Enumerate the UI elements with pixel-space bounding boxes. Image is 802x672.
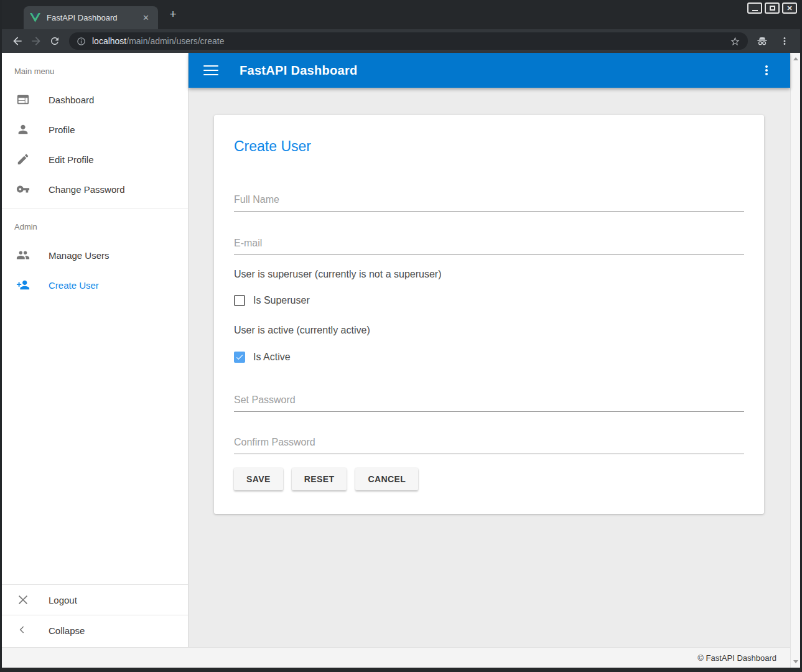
app-footer: © FastAPI Dashboard: [2, 647, 790, 668]
superuser-hint: User is superuser (currently is not a su…: [234, 268, 744, 281]
tab-close-icon[interactable]: ✕: [140, 13, 152, 22]
close-x-icon: [16, 593, 30, 607]
browser-window: FastAPI Dashboard ✕ + ✕ localhost/main/a: [0, 0, 802, 672]
sidebar-item-collapse[interactable]: Collapse: [2, 615, 188, 645]
scroll-up-icon[interactable]: [793, 57, 798, 60]
sidebar-item-label: Manage Users: [49, 250, 110, 261]
form-buttons: SAVE RESET CANCEL: [234, 468, 744, 490]
person-add-icon: [16, 278, 30, 292]
person-icon: [16, 123, 30, 136]
active-hint: User is active (currently active): [234, 324, 744, 337]
create-user-card: Create User User is superuser (currently…: [214, 115, 764, 514]
set-password-input[interactable]: [234, 394, 744, 412]
minimize-button[interactable]: [747, 2, 762, 14]
app-bar: FastAPI Dashboard: [189, 53, 790, 88]
reload-icon[interactable]: [45, 32, 64, 50]
main-area: FastAPI Dashboard Create User: [189, 53, 790, 647]
confirm-password-field-wrapper: [234, 436, 744, 454]
sidebar-item-label: Profile: [49, 124, 75, 135]
cancel-button[interactable]: CANCEL: [355, 468, 418, 490]
active-checkbox-label: Is Active: [253, 352, 291, 363]
appbar-kebab-icon[interactable]: [759, 63, 774, 78]
maximize-button[interactable]: [765, 2, 780, 14]
superuser-checkbox[interactable]: [234, 295, 245, 306]
full-name-input[interactable]: [234, 194, 744, 212]
back-icon[interactable]: [8, 32, 27, 50]
url-path: /main/admin/users/create: [126, 36, 224, 46]
address-bar[interactable]: localhost/main/admin/users/create: [69, 32, 748, 50]
sidebar-section-admin: Admin: [2, 208, 188, 240]
sidebar-item-logout[interactable]: Logout: [2, 585, 188, 615]
new-tab-button[interactable]: +: [165, 6, 181, 22]
sidebar-item-profile[interactable]: Profile: [2, 114, 188, 144]
scroll-down-icon[interactable]: [793, 660, 798, 663]
hamburger-menu-icon[interactable]: [203, 65, 218, 75]
forward-icon[interactable]: [27, 32, 45, 50]
sidebar-item-label: Logout: [49, 595, 77, 605]
footer-copyright: © FastAPI Dashboard: [697, 653, 776, 663]
close-button[interactable]: ✕: [782, 2, 797, 14]
email-field-wrapper: [234, 237, 744, 255]
key-icon: [16, 182, 30, 196]
page-title: Create User: [234, 138, 744, 155]
sidebar-item-label: Create User: [49, 280, 99, 291]
sidebar-item-create-user[interactable]: Create User: [2, 270, 188, 300]
superuser-checkbox-row: Is Superuser: [234, 294, 744, 307]
sidebar-item-edit-profile[interactable]: Edit Profile: [2, 144, 188, 174]
pencil-icon: [16, 152, 30, 166]
sidebar-item-manage-users[interactable]: Manage Users: [2, 240, 188, 270]
info-icon[interactable]: [77, 37, 86, 46]
sidebar: Main menu Dashboard Profile: [2, 53, 189, 647]
app-title: FastAPI Dashboard: [240, 63, 358, 78]
content-area: Create User User is superuser (currently…: [189, 88, 790, 647]
vue-favicon: [30, 13, 40, 22]
browser-tab[interactable]: FastAPI Dashboard ✕: [24, 6, 158, 29]
sidebar-item-label: Collapse: [49, 625, 85, 636]
incognito-icon: [753, 32, 772, 50]
browser-menu-icon[interactable]: [775, 32, 794, 50]
reset-button[interactable]: RESET: [292, 468, 347, 490]
sidebar-item-label: Change Password: [49, 184, 125, 195]
dashboard-icon: [16, 93, 30, 106]
set-password-field-wrapper: [234, 394, 744, 412]
bookmark-star-icon[interactable]: [730, 36, 740, 47]
people-icon: [16, 248, 30, 262]
tab-title: FastAPI Dashboard: [47, 13, 140, 22]
active-checkbox[interactable]: [234, 352, 245, 363]
save-button[interactable]: SAVE: [234, 468, 283, 490]
browser-titlebar: FastAPI Dashboard ✕ + ✕: [2, 0, 800, 29]
confirm-password-input[interactable]: [234, 436, 744, 454]
sidebar-item-change-password[interactable]: Change Password: [2, 174, 188, 204]
sidebar-section-main-menu: Main menu: [2, 53, 188, 85]
sidebar-item-label: Edit Profile: [49, 154, 94, 165]
sidebar-item-label: Dashboard: [49, 95, 94, 105]
active-checkbox-row: Is Active: [234, 351, 744, 363]
email-input[interactable]: [234, 237, 744, 255]
check-icon: [235, 353, 244, 362]
chevron-left-icon: [16, 623, 30, 637]
superuser-checkbox-label: Is Superuser: [253, 295, 310, 306]
browser-toolbar: localhost/main/admin/users/create: [2, 29, 800, 53]
url-host: localhost: [92, 36, 126, 46]
sidebar-item-dashboard[interactable]: Dashboard: [2, 85, 188, 114]
page-scrollbar[interactable]: [790, 53, 800, 668]
full-name-field-wrapper: [234, 194, 744, 212]
